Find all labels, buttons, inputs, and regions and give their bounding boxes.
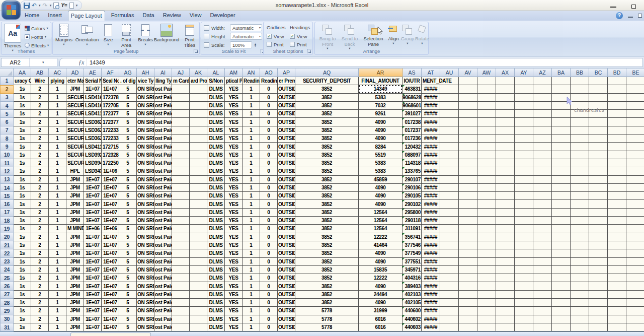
cell-BA8[interactable] — [552, 135, 571, 143]
cell-AW17[interactable] — [477, 209, 496, 217]
cell-AF29[interactable]: 1E+07 — [102, 307, 119, 315]
cell-AD18[interactable]: JPM — [66, 217, 84, 225]
cell-AN13[interactable]: 1 — [243, 176, 260, 184]
cell-AK6[interactable] — [190, 118, 207, 126]
cell-AA2[interactable]: 1s — [14, 85, 31, 93]
cell-BC3[interactable] — [589, 94, 608, 102]
cell-AP7[interactable]: OUTSIDE — [278, 126, 295, 135]
cell-AK22[interactable] — [190, 249, 207, 257]
cell-AP5[interactable]: OUTSIDE — [278, 110, 295, 118]
cell-BE8[interactable] — [626, 135, 644, 143]
cell-AI14[interactable]: ost Paid — [154, 184, 172, 192]
cell-BC7[interactable] — [589, 126, 608, 135]
cell-AS25[interactable]: 404316 — [403, 274, 422, 282]
cell-AA31[interactable]: 1s — [14, 323, 31, 331]
cell-AM16[interactable]: YES — [225, 200, 243, 208]
cell-AI12[interactable]: ost Paid — [154, 167, 172, 175]
cell-AO31[interactable]: 0 — [260, 323, 278, 331]
cell-AK30[interactable] — [190, 315, 207, 323]
cell-AY6[interactable] — [515, 118, 533, 126]
cell-BD2[interactable] — [608, 85, 626, 93]
column-header-AD[interactable]: AD — [66, 69, 84, 77]
cell-BE27[interactable] — [626, 291, 644, 299]
cell-AH23[interactable]: ON SRB — [137, 258, 154, 266]
cell-AE31[interactable]: 1E+07 — [84, 323, 102, 331]
cell-AK13[interactable] — [190, 176, 207, 184]
cell-AB15[interactable]: 2 — [31, 192, 49, 200]
row-header-9[interactable]: 9 — [0, 143, 14, 151]
column-header-BB[interactable]: BB — [571, 69, 589, 77]
breaks-button[interactable]: Breaks▾ — [136, 24, 154, 46]
cell-AA6[interactable]: 1s — [14, 118, 31, 126]
cell-AB1[interactable]: Wire — [31, 77, 49, 85]
cell-AV19[interactable] — [459, 225, 477, 233]
cell-AV23[interactable] — [459, 258, 477, 266]
cell-BB12[interactable] — [571, 167, 589, 175]
cell-AC31[interactable]: 1 — [49, 323, 66, 331]
column-header-BE[interactable]: BE — [626, 69, 644, 77]
theme-effects-button[interactable]: Effects▾ — [25, 42, 49, 49]
cell-AF26[interactable]: 1E+07 — [102, 282, 119, 290]
cell-BE11[interactable] — [626, 159, 644, 167]
cell-AT30[interactable]: ##### — [422, 315, 440, 323]
cell-BA11[interactable] — [552, 159, 571, 167]
cell-AD12[interactable]: HPL — [66, 167, 84, 175]
cell-AP30[interactable]: OUTSIDE — [278, 315, 295, 323]
cell-AQ29[interactable]: 5778 — [295, 307, 359, 315]
cell-AE11[interactable]: LSD394 — [84, 159, 102, 167]
cell-AH3[interactable]: ON SRB — [137, 94, 154, 102]
cell-BE18[interactable] — [626, 217, 644, 225]
cell-AL1[interactable]: S/Non — [207, 77, 225, 85]
cell-AC26[interactable]: 1 — [49, 282, 66, 290]
cell-AZ17[interactable] — [533, 209, 552, 217]
cell-BE12[interactable] — [626, 167, 644, 175]
cell-AH16[interactable]: ON SRB — [137, 200, 154, 208]
cell-AD19[interactable]: M MIND — [66, 225, 84, 233]
cell-AZ4[interactable] — [533, 102, 552, 110]
cell-AS15[interactable]: 290105 — [403, 192, 422, 200]
cell-AS29[interactable]: 440600 — [403, 307, 422, 315]
cell-AW21[interactable] — [477, 241, 496, 249]
cell-AV15[interactable] — [459, 192, 477, 200]
cell-AU2[interactable] — [440, 85, 459, 93]
cell-AY2[interactable] — [515, 85, 533, 93]
cell-AJ17[interactable] — [172, 209, 190, 217]
cell-AU24[interactable] — [440, 266, 459, 274]
cell-AW1[interactable] — [477, 77, 496, 85]
align-button[interactable]: Align▾ — [386, 24, 400, 45]
cell-AU26[interactable] — [440, 282, 459, 290]
cell-BA5[interactable] — [552, 110, 571, 118]
cell-AR18[interactable]: 12564 — [359, 217, 403, 225]
cell-AX28[interactable] — [496, 299, 515, 307]
cell-BD10[interactable] — [608, 151, 626, 159]
cell-BA26[interactable] — [552, 282, 571, 290]
cell-AE9[interactable]: LSD411 — [84, 143, 102, 151]
column-header-AY[interactable]: AY — [515, 69, 533, 77]
cell-AC18[interactable]: 1 — [49, 217, 66, 225]
cell-AX27[interactable] — [496, 291, 515, 299]
cell-AX26[interactable] — [496, 282, 515, 290]
cell-AB27[interactable]: 2 — [31, 291, 49, 299]
cell-AA18[interactable]: 1s — [14, 217, 31, 225]
cell-AY22[interactable] — [515, 249, 533, 257]
cell-AV17[interactable] — [459, 209, 477, 217]
cell-BA7[interactable] — [552, 126, 571, 135]
cell-BE6[interactable] — [626, 118, 644, 126]
cell-AZ18[interactable] — [533, 217, 552, 225]
cell-AE21[interactable]: 1E+07 — [84, 241, 102, 249]
cell-AQ26[interactable]: 3852 — [295, 282, 359, 290]
cell-AQ20[interactable]: 3852 — [295, 233, 359, 241]
cell-AR23[interactable]: 4090 — [359, 258, 403, 266]
cell-AS6[interactable]: 017238 — [403, 118, 422, 126]
cell-AT19[interactable]: ##### — [422, 225, 440, 233]
cell-AO25[interactable]: 0 — [260, 274, 278, 282]
cell-AD21[interactable]: JPM — [66, 241, 84, 249]
cell-AX3[interactable] — [496, 94, 515, 102]
cell-AG28[interactable]: 5 — [119, 299, 137, 307]
cell-AZ11[interactable] — [533, 159, 552, 167]
width-combo[interactable]: Automatic▾ — [230, 24, 262, 31]
cell-AC14[interactable]: 1 — [49, 184, 66, 192]
cell-AF1[interactable]: Seal No — [102, 77, 119, 85]
cell-AW9[interactable] — [477, 143, 496, 151]
cell-AQ5[interactable]: 3852 — [295, 110, 359, 118]
